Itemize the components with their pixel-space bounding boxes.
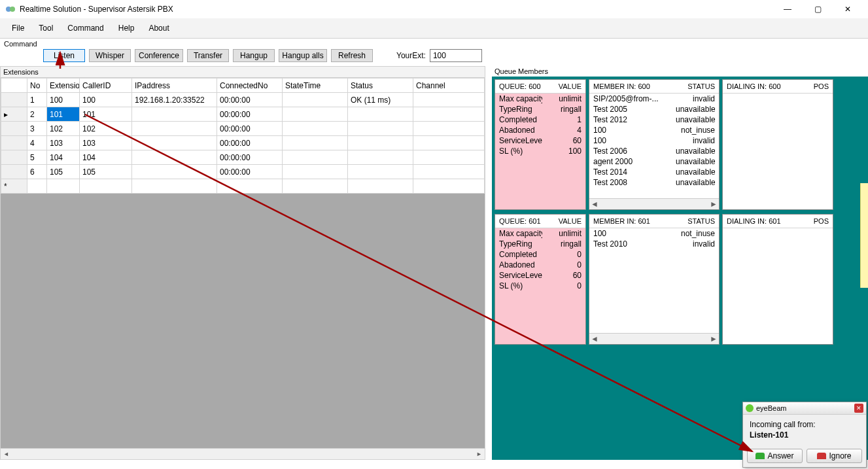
pos-header[interactable]: POS (807, 80, 833, 93)
scroll-left-icon[interactable]: ◄ (1, 449, 12, 460)
answer-button[interactable]: Answer (747, 449, 803, 463)
queue-stat-row[interactable]: Abadoned0 (495, 260, 585, 270)
menu-command[interactable]: Command (61, 21, 110, 35)
cell-callerid[interactable]: 103 (80, 136, 132, 150)
cell-connectedno[interactable]: 00:00:00 (217, 122, 283, 136)
cell-extension[interactable]: 105 (47, 165, 80, 179)
table-row-new[interactable]: * (1, 179, 485, 194)
ignore-button[interactable]: Ignore (807, 449, 862, 463)
menu-file[interactable]: File (5, 21, 31, 35)
queue-stat-row[interactable]: Max capacityunlimit (495, 94, 585, 104)
cell-channel[interactable] (413, 122, 485, 136)
member-row[interactable]: Test 2008unavailable (589, 177, 719, 188)
queue-header[interactable]: QUEUE: 601 (495, 215, 553, 228)
cell-connectedno[interactable]: 00:00:00 (217, 107, 283, 122)
menu-about[interactable]: About (142, 21, 175, 35)
cell-ipaddress[interactable] (132, 122, 217, 136)
cell-ipaddress[interactable] (132, 136, 217, 150)
queue-stat-row[interactable]: TypeRingringall (495, 104, 585, 114)
table-row[interactable]: 610510500:00:00 (1, 165, 485, 179)
minimize-button[interactable]: — (773, 0, 803, 18)
cell-statetime[interactable] (283, 122, 348, 136)
cell-statetime[interactable] (283, 165, 348, 179)
col-callerid[interactable]: CallerID (80, 78, 132, 93)
queue-stat-row[interactable]: SL (%)100 (495, 146, 585, 156)
row-header[interactable] (1, 122, 27, 136)
queue-stat-row[interactable]: Completed1 (495, 114, 585, 125)
transfer-button[interactable]: Transfer (187, 49, 229, 62)
hangupalls-button[interactable]: Hangup alls (279, 49, 327, 62)
member-row[interactable]: Test 2012unavailable (589, 114, 719, 125)
cell-statetime[interactable] (283, 150, 348, 165)
member-row[interactable]: Test 2006unavailable (589, 146, 719, 156)
cell-callerid[interactable]: 105 (80, 165, 132, 179)
row-header[interactable] (1, 93, 27, 107)
panel-scrollbar[interactable]: ◄► (589, 198, 719, 209)
whisper-button[interactable]: Whisper (89, 49, 131, 62)
queue-stat-row[interactable]: TypeRingringall (495, 239, 585, 249)
cell-no[interactable]: 5 (27, 150, 47, 165)
member-row[interactable]: Test 2014unavailable (589, 167, 719, 177)
member-header[interactable]: MEMBER IN: 600 (589, 80, 673, 93)
cell-ipaddress[interactable]: 192.168.1.20:33522 (132, 93, 217, 107)
extensions-grid[interactable]: No Extension CallerID IPaddress Connecte… (1, 78, 485, 194)
cell-connectedno[interactable]: 00:00:00 (217, 150, 283, 165)
cell-no[interactable]: 2 (27, 107, 47, 122)
conference-button[interactable]: Conference (135, 49, 183, 62)
yourext-input[interactable] (430, 49, 482, 62)
cell-status[interactable] (348, 107, 413, 122)
col-status[interactable]: Status (348, 78, 413, 93)
cell-channel[interactable] (413, 107, 485, 122)
cell-ipaddress[interactable] (132, 107, 217, 122)
cell-extension[interactable]: 104 (47, 150, 80, 165)
scroll-left-icon[interactable]: ◄ (591, 200, 599, 209)
member-row[interactable]: SIP/2005@from-...invalid (589, 94, 719, 104)
menu-tool[interactable]: Tool (32, 21, 60, 35)
cell-statetime[interactable] (283, 93, 348, 107)
cell-connectedno[interactable]: 00:00:00 (217, 136, 283, 150)
cell-extension[interactable]: 101 (47, 107, 80, 122)
cell-status[interactable] (348, 122, 413, 136)
queue-stat-row[interactable]: Completed0 (495, 249, 585, 260)
scroll-right-icon[interactable]: ► (710, 334, 718, 343)
cell-extension[interactable]: 100 (47, 93, 80, 107)
member-row[interactable]: 100invalid (589, 135, 719, 146)
cell-ipaddress[interactable] (132, 165, 217, 179)
cell-channel[interactable] (413, 93, 485, 107)
member-row[interactable]: 100not_inuse (589, 228, 719, 239)
row-header[interactable]: ▸ (1, 107, 27, 122)
cell-callerid[interactable]: 104 (80, 150, 132, 165)
row-header[interactable] (1, 165, 27, 179)
row-header[interactable] (1, 136, 27, 150)
value-header[interactable]: VALUE (553, 215, 585, 228)
member-row[interactable]: agent 2000unavailable (589, 156, 719, 167)
col-statetime[interactable]: StateTime (283, 78, 348, 93)
cell-statetime[interactable] (283, 136, 348, 150)
member-row[interactable]: Test 2010invalid (589, 239, 719, 249)
pos-header[interactable]: POS (807, 215, 833, 228)
row-header[interactable] (1, 150, 27, 165)
cell-extension[interactable]: 102 (47, 122, 80, 136)
horizontal-scrollbar[interactable]: ◄ ► (1, 448, 485, 459)
cell-status[interactable] (348, 136, 413, 150)
cell-status[interactable] (348, 150, 413, 165)
col-channel[interactable]: Channel (413, 78, 485, 93)
panel-scrollbar[interactable]: ◄► (589, 333, 719, 344)
menu-help[interactable]: Help (112, 21, 141, 35)
member-row[interactable]: Test 2005unavailable (589, 104, 719, 114)
member-row[interactable]: 100not_inuse (589, 125, 719, 135)
cell-status[interactable] (348, 165, 413, 179)
cell-channel[interactable] (413, 165, 485, 179)
col-connectedno[interactable]: ConnectedNo (217, 78, 283, 93)
refresh-button[interactable]: Refresh (331, 49, 373, 62)
scroll-right-icon[interactable]: ► (474, 449, 485, 460)
status-header[interactable]: STATUS (673, 80, 719, 93)
dialing-header[interactable]: DIALING IN: 600 (723, 80, 807, 93)
cell-channel[interactable] (413, 150, 485, 165)
queue-header[interactable]: QUEUE: 600 (495, 80, 553, 93)
col-ipaddress[interactable]: IPaddress (132, 78, 217, 93)
cell-callerid[interactable]: 102 (80, 122, 132, 136)
cell-channel[interactable] (413, 136, 485, 150)
table-row[interactable]: 410310300:00:00 (1, 136, 485, 150)
cell-callerid[interactable]: 100 (80, 93, 132, 107)
